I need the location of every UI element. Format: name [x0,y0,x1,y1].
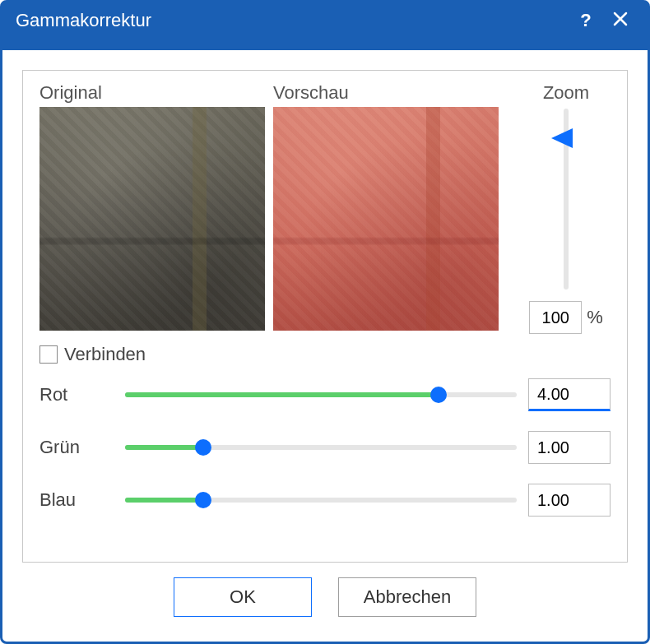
slider-fill [125,392,439,397]
content-area: Original Vorschau Zoom % [2,50,648,642]
slider-fill [125,445,203,450]
zoom-input[interactable] [529,301,582,334]
zoom-value-row: % [529,301,603,334]
link-row: Verbinden [39,344,611,365]
value-input-green[interactable] [528,431,611,464]
channel-label-red: Rot [39,384,114,405]
slider-thumb[interactable] [430,387,447,403]
slider-row-green: Grün [39,431,611,464]
channel-label-green: Grün [39,437,114,458]
dialog-gamma-correction: Gammakorrektur ? Original Vorschau [0,0,650,644]
slider-blue[interactable] [125,492,517,508]
close-icon [613,10,628,31]
settings-panel: Original Vorschau Zoom % [22,70,628,563]
channel-label-blue: Blau [39,489,114,511]
zoom-column: Zoom % [522,82,611,334]
original-column: Original [39,82,265,331]
slider-red[interactable] [125,387,517,403]
preview-column: Vorschau [273,82,499,331]
help-button[interactable]: ? [569,6,603,35]
zoom-unit: % [587,307,603,328]
cancel-button[interactable]: Abbrechen [338,577,476,617]
zoom-label: Zoom [543,82,589,104]
preview-image [273,107,499,331]
value-input-blue[interactable] [528,484,611,517]
slider-row-blue: Blau [39,484,611,517]
channel-sliders: Rot Grün [39,378,611,517]
help-icon: ? [580,10,591,31]
zoom-slider[interactable] [554,109,578,290]
slider-thumb[interactable] [195,492,211,508]
zoom-slider-thumb[interactable] [551,128,573,148]
original-image [39,107,265,331]
close-button[interactable] [603,6,638,35]
cancel-button-label: Abbrechen [364,586,451,608]
previews-row: Original Vorschau Zoom % [39,82,611,334]
slider-thumb[interactable] [195,439,211,456]
ok-button[interactable]: OK [174,577,312,617]
dialog-buttons: OK Abbrechen [22,563,628,622]
value-input-red[interactable] [528,378,611,411]
slider-green[interactable] [125,439,517,456]
dialog-title: Gammakorrektur [16,10,569,31]
link-checkbox[interactable] [39,345,58,364]
titlebar: Gammakorrektur ? [2,2,648,50]
slider-row-red: Rot [39,378,611,411]
original-label: Original [39,82,265,104]
slider-fill [125,498,203,503]
link-label: Verbinden [64,344,146,365]
ok-button-label: OK [230,586,256,608]
preview-label: Vorschau [273,82,499,104]
